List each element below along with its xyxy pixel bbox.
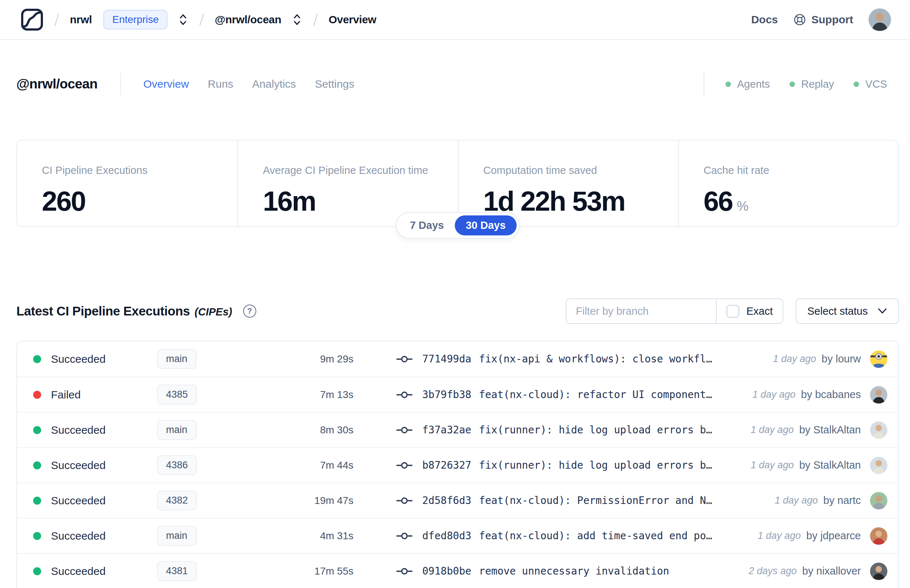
user-avatar[interactable]	[868, 8, 891, 31]
exact-checkbox[interactable]	[727, 305, 739, 318]
stat-label: Average CI Pipeline Execution time	[263, 165, 450, 176]
plan-badge: Enterprise	[103, 10, 167, 29]
duration-label: 17m 55s	[315, 565, 354, 577]
status-vcs-label: VCS	[865, 78, 887, 90]
stat-value: 260	[42, 185, 85, 217]
branch-badge[interactable]: 4381	[157, 561, 197, 581]
status-vcs[interactable]: VCS	[853, 78, 887, 90]
topbar-actions: Docs Support	[751, 8, 891, 31]
nx-cloud-logo-icon[interactable]	[20, 8, 44, 31]
duration-label: 4m 31s	[320, 530, 354, 542]
git-commit-icon	[396, 354, 412, 364]
table-row[interactable]: Succeeded main 4m 31s dfed80d3 feat(nx-c…	[17, 518, 898, 553]
commit-message: fix(nx-api & workflows): close workfl…	[479, 353, 712, 365]
branch-badge[interactable]: 4385	[157, 384, 197, 405]
range-30-days-button[interactable]: 30 Days	[455, 215, 517, 236]
commit-message: feat(nx-cloud): add time-saved end po…	[479, 530, 712, 542]
exact-label: Exact	[746, 305, 773, 317]
row-meta: 2 days ago by nixallover	[749, 562, 887, 580]
date-range-toggle: 7 Days 30 Days	[396, 212, 520, 239]
chevron-down-icon	[877, 307, 887, 315]
branch-filter-input[interactable]	[566, 299, 716, 323]
range-7-days-button[interactable]: 7 Days	[399, 215, 455, 236]
branch-badge[interactable]: main	[157, 420, 197, 440]
breadcrumb-page: Overview	[329, 13, 377, 26]
commit-cell[interactable]: 0918b0be remove unnecessary invalidation	[354, 565, 749, 577]
status-label: Succeeded	[51, 565, 105, 577]
help-icon[interactable]: ?	[243, 305, 256, 318]
status-cell: Succeeded	[33, 565, 157, 577]
table-row[interactable]: Succeeded 4381 17m 55s 0918b0be remove u…	[17, 553, 898, 588]
workspace-switcher-chevrons-icon[interactable]	[292, 13, 302, 26]
commit-hash: 0918b0be	[422, 565, 471, 577]
author-label: by bcabanes	[801, 389, 861, 401]
commit-cell[interactable]: 3b79fb38 feat(nx-cloud): refactor UI com…	[354, 389, 752, 401]
tab-runs[interactable]: Runs	[208, 78, 233, 90]
branch-badge[interactable]: 4386	[157, 455, 197, 475]
branch-filter-group: Exact	[566, 298, 783, 324]
status-cell: Succeeded	[33, 353, 157, 365]
support-link[interactable]: Support	[793, 13, 853, 26]
branch-badge[interactable]: main	[157, 349, 197, 369]
green-dot-icon	[789, 81, 795, 87]
table-row[interactable]: Succeeded main 9m 29s 771499da fix(nx-ap…	[17, 341, 898, 376]
author-avatar[interactable]	[870, 457, 887, 474]
author-avatar[interactable]	[870, 527, 887, 545]
docs-link[interactable]: Docs	[751, 13, 778, 26]
status-replay[interactable]: Replay	[789, 78, 834, 90]
table-row[interactable]: Failed 4385 7m 13s 3b79fb38 feat(nx-clou…	[17, 376, 898, 412]
author-avatar[interactable]	[870, 386, 887, 404]
table-row[interactable]: Succeeded main 8m 30s f37a32ae fix(runne…	[17, 412, 898, 447]
cipe-section-header: Latest CI Pipeline Executions (CIPEs) ? …	[16, 298, 899, 324]
commit-cell[interactable]: dfed80d3 feat(nx-cloud): add time-saved …	[354, 530, 758, 542]
time-ago-label: 1 day ago	[750, 460, 794, 471]
status-replay-label: Replay	[801, 78, 834, 90]
page-title: @nrwl/ocean	[16, 76, 97, 92]
commit-cell[interactable]: 2d58f6d3 feat(nx-cloud): PermissionError…	[354, 494, 774, 507]
git-commit-icon	[396, 425, 412, 435]
commit-hash: dfed80d3	[422, 530, 471, 542]
breadcrumb-slash-icon	[199, 11, 205, 27]
commit-cell[interactable]: b8726327 fix(runner): hide log upload er…	[354, 459, 750, 471]
breadcrumb-org[interactable]: nrwl	[70, 13, 92, 26]
author-avatar[interactable]	[870, 422, 887, 439]
git-commit-icon	[396, 390, 412, 399]
divider	[120, 73, 121, 95]
stat-ci-pipeline-executions: CI Pipeline Executions 260	[17, 141, 237, 226]
org-switcher-chevrons-icon[interactable]	[178, 13, 188, 26]
time-ago-label: 1 day ago	[750, 424, 794, 436]
commit-cell[interactable]: f37a32ae fix(runner): hide log upload er…	[354, 424, 750, 436]
status-agents[interactable]: Agents	[726, 78, 770, 90]
author-avatar[interactable]	[870, 562, 887, 580]
branch-badge[interactable]: 4382	[157, 491, 197, 510]
commit-cell[interactable]: 771499da fix(nx-api & workflows): close …	[354, 353, 773, 365]
green-dot-icon	[726, 81, 731, 87]
breadcrumb-slash-icon	[313, 11, 318, 27]
commit-hash: 771499da	[422, 353, 471, 365]
stat-label: Computation time saved	[483, 165, 671, 176]
status-dot-icon	[33, 497, 41, 505]
row-meta: 1 day ago by bcabanes	[752, 386, 887, 404]
git-commit-icon	[396, 496, 412, 506]
stat-cache-hit-rate: Cache hit rate 66 %	[678, 141, 898, 226]
breadcrumb-workspace[interactable]: @nrwl/ocean	[215, 13, 281, 26]
commit-hash: b8726327	[422, 459, 471, 471]
commit-hash: 2d58f6d3	[422, 494, 471, 507]
author-avatar[interactable]	[870, 492, 887, 509]
time-ago-label: 1 day ago	[752, 389, 796, 400]
tab-overview[interactable]: Overview	[144, 78, 189, 90]
breadcrumb-slash-icon	[54, 11, 60, 27]
status-select-button[interactable]: Select status	[796, 298, 899, 324]
table-row[interactable]: Succeeded 4382 19m 47s 2d58f6d3 feat(nx-…	[17, 483, 898, 518]
status-cell: Succeeded	[33, 459, 157, 472]
time-ago-label: 1 day ago	[773, 353, 816, 365]
section-title-suffix: (CIPEs)	[195, 306, 232, 318]
branch-badge[interactable]: main	[157, 526, 197, 546]
table-row[interactable]: Succeeded 4386 7m 44s b8726327 fix(runne…	[17, 447, 898, 483]
tab-analytics[interactable]: Analytics	[252, 78, 296, 90]
cipe-controls: Exact Select status	[566, 298, 899, 324]
author-avatar[interactable]	[870, 351, 887, 368]
git-commit-icon	[396, 531, 412, 541]
row-meta: 1 day ago by StalkAltan	[750, 422, 887, 439]
tab-settings[interactable]: Settings	[315, 78, 354, 90]
